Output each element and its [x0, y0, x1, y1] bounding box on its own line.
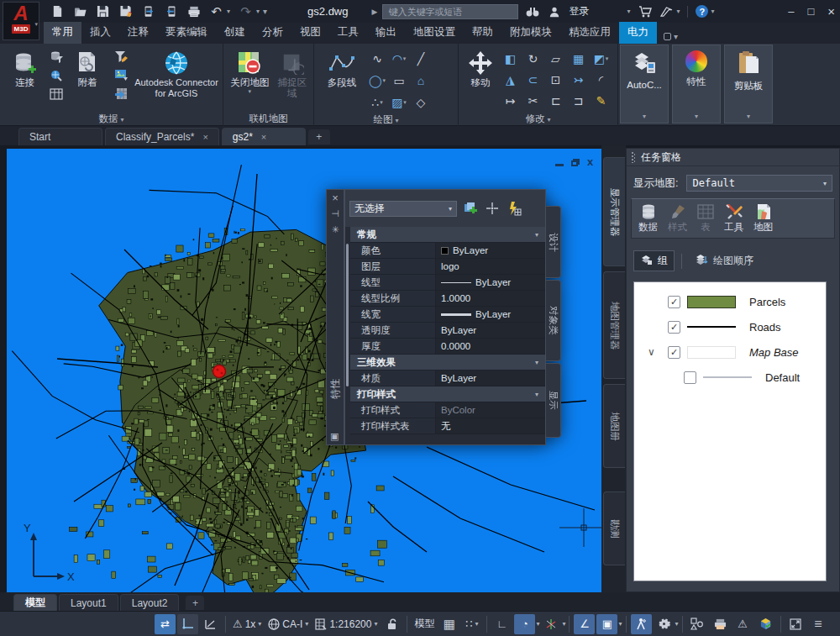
array-icon[interactable]: ▦	[567, 48, 590, 69]
file-tab[interactable]: gs2*×	[222, 128, 306, 145]
signin-button[interactable]: 登录	[569, 4, 589, 18]
panel-autocad-caret-icon[interactable]: ▾	[643, 113, 646, 120]
dock-tab-4[interactable]: 勘测	[603, 491, 625, 565]
lengthen-icon[interactable]: ↦	[499, 90, 522, 111]
taskpane-tool-5[interactable]: 地图	[753, 203, 773, 234]
property-value[interactable]: 无	[436, 418, 545, 434]
rotate-icon[interactable]: ↻	[522, 48, 544, 69]
break-icon[interactable]: ⊏	[544, 90, 567, 111]
selection-dropdown[interactable]: 无选择▾	[349, 201, 457, 217]
ribbon-tab-14[interactable]: 电力	[619, 22, 657, 44]
property-value[interactable]: ByLayer	[436, 275, 545, 290]
legend-checkbox[interactable]: ✓	[668, 346, 680, 359]
palette-dock-icon[interactable]: ▣	[330, 432, 339, 441]
grid-axes-icon[interactable]	[177, 614, 198, 634]
palette-close-icon[interactable]: ×	[332, 193, 339, 202]
map-scale-button[interactable]: 1:216200 ▾	[312, 614, 380, 634]
ribbon-tab-1[interactable]: 常用	[44, 22, 81, 44]
line-icon[interactable]: ╱	[410, 48, 432, 70]
ribbon-tab-9[interactable]: 输出	[367, 22, 405, 44]
panel-online-map-label[interactable]: 联机地图	[223, 113, 313, 126]
attach-button[interactable]: 附着	[66, 46, 109, 113]
help-caret-icon[interactable]: ▾	[711, 8, 714, 15]
save-as-icon[interactable]	[118, 4, 133, 18]
open-file-icon[interactable]	[73, 4, 87, 18]
redo-icon[interactable]: ↷	[239, 4, 253, 18]
search-binoculars-icon[interactable]	[525, 4, 539, 18]
dock-tab-1[interactable]: 显示管理器	[603, 157, 625, 266]
panel-properties[interactable]: 特性 ▾	[672, 45, 721, 124]
object-snap-icon[interactable]: ▣	[596, 614, 617, 634]
file-tab-close-icon[interactable]: ×	[261, 132, 266, 142]
panel-draw-label[interactable]: 绘图 ▾	[314, 113, 458, 126]
annotation-monitor-icon[interactable]	[631, 614, 652, 634]
autodesk-caret-icon[interactable]: ▾	[676, 8, 680, 15]
dynamic-input-icon[interactable]	[200, 614, 221, 634]
offset-icon[interactable]: ⊂	[522, 69, 544, 90]
ribbon-tab-4[interactable]: 要素编辑	[157, 22, 216, 44]
search-expand-icon[interactable]: ▶	[371, 8, 377, 16]
file-tab[interactable]: Classify_Parcels*×	[105, 128, 219, 145]
dock-tab-2[interactable]: 地图管理器	[603, 271, 625, 379]
legend-checkbox[interactable]: ✓	[668, 321, 680, 334]
fullscreen-icon[interactable]	[785, 614, 806, 634]
polar-tracking-icon[interactable]: ◔	[514, 614, 535, 634]
scale-icon[interactable]: ⊡	[544, 69, 567, 90]
copy-icon[interactable]: ◧	[499, 48, 522, 69]
property-section-header[interactable]: 常规▾	[350, 227, 545, 243]
ribbon-tab-7[interactable]: 视图	[291, 22, 329, 44]
ribbon-tab-6[interactable]: 分析	[254, 22, 291, 44]
section-collapse-icon[interactable]: ▾	[535, 231, 538, 239]
stretch-icon[interactable]: ▱	[544, 48, 567, 69]
maximize-button[interactable]: □	[807, 5, 814, 18]
snap-mode-icon[interactable]: ∷▾	[461, 614, 482, 634]
palette-scrollbar[interactable]	[346, 244, 349, 386]
ribbon-tab-10[interactable]: 地图设置	[405, 22, 464, 44]
help-icon[interactable]: ?	[696, 5, 708, 18]
panel-modify-label[interactable]: 修改 ▾	[459, 113, 617, 126]
model-space-button[interactable]: 模型	[412, 614, 437, 634]
ribbon-tab-13[interactable]: 精选应用	[560, 22, 619, 44]
isolate-objects-icon[interactable]	[687, 614, 708, 634]
hatch-icon[interactable]: ▨▾	[388, 92, 410, 113]
settings-gear-icon[interactable]	[654, 614, 675, 634]
property-section-header[interactable]: 三维效果▾	[350, 355, 545, 371]
model-paper-toggle-icon[interactable]: ⇄	[155, 614, 176, 634]
coordinate-system-button[interactable]: CA-I ▾	[265, 614, 311, 634]
rectangle-icon[interactable]: ▭	[388, 70, 410, 92]
drag-handle-icon[interactable]	[632, 152, 635, 163]
circle-icon[interactable]: ◯▾	[366, 70, 388, 92]
palette-tab-3[interactable]: 显示	[546, 363, 561, 438]
geo-search-icon[interactable]	[49, 68, 64, 83]
ribbon-tab-5[interactable]: 创建	[216, 22, 254, 44]
new-drawing-tab-button[interactable]: +	[308, 129, 330, 145]
taskpane-tool-1[interactable]: 数据	[638, 203, 658, 234]
mirror-icon[interactable]: ◮	[499, 69, 522, 90]
table-data-icon[interactable]	[49, 87, 64, 102]
select-objects-icon[interactable]	[484, 200, 501, 217]
quick-properties-icon[interactable]	[506, 200, 522, 217]
file-tab-close-icon[interactable]: ×	[202, 132, 207, 142]
quick-select-icon[interactable]	[462, 200, 479, 217]
object-snap-tracking-icon[interactable]: ∠	[574, 614, 595, 634]
search-input[interactable]	[382, 4, 518, 19]
task-pane-titlebar[interactable]: 任务窗格	[627, 149, 839, 166]
open-from-mobile-icon[interactable]	[141, 4, 155, 18]
panel-clipboard-caret-icon[interactable]: ▾	[747, 113, 750, 120]
polar-caret-icon[interactable]: ▾	[536, 620, 539, 628]
section-collapse-icon[interactable]: ▾	[535, 391, 538, 398]
minimize-button[interactable]: –	[788, 5, 794, 18]
taskpane-tool-4[interactable]: 工具	[724, 203, 743, 234]
property-value[interactable]: 1.0000	[436, 291, 545, 306]
ribbon-display-toggle-icon[interactable]: ▾	[664, 32, 678, 41]
ortho-mode-icon[interactable]: ∟	[491, 614, 512, 634]
palette-autohide-icon[interactable]: ⊣	[331, 209, 339, 218]
undo-caret-icon[interactable]: ▾	[227, 8, 230, 15]
plot-status-icon[interactable]	[710, 614, 731, 634]
qat-customize-icon[interactable]: ▾	[263, 7, 267, 16]
drawing-minimize-icon[interactable]	[555, 164, 564, 166]
arcgis-connector-button[interactable]: Autodesk Connector for ArcGIS	[134, 46, 219, 113]
ribbon-tab-8[interactable]: 工具	[329, 22, 367, 44]
isoplane-icon[interactable]	[540, 614, 561, 634]
save-icon[interactable]	[96, 4, 110, 18]
